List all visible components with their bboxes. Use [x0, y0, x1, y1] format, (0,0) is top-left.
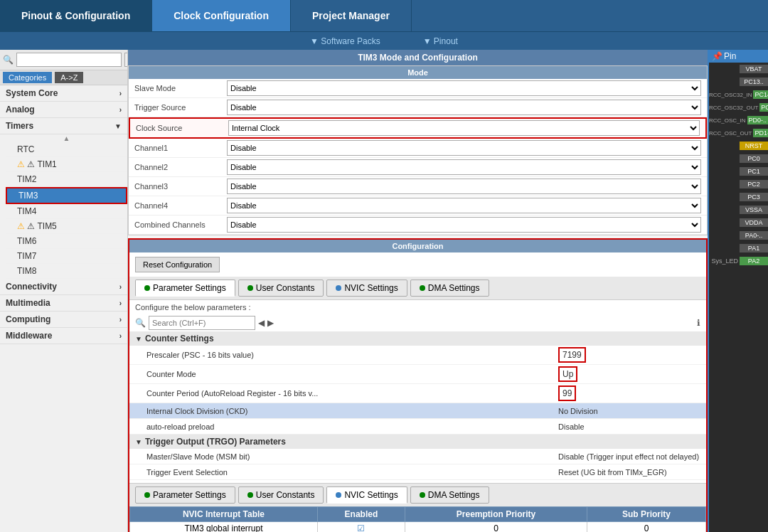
channel3-label: Channel3	[134, 182, 227, 191]
sidebar-item-tim5[interactable]: ⚠ TIM5	[6, 219, 127, 234]
pin-row-vssa: VSSA	[709, 203, 768, 216]
channel4-row: Channel4 Disable	[129, 196, 707, 216]
pin-row-pa0: PA0-..	[709, 229, 768, 242]
channel4-label: Channel4	[134, 201, 227, 210]
sub-nav-software-packs[interactable]: ▼ Software Packs	[310, 36, 380, 46]
pin-row-pa1: PA1	[709, 242, 768, 255]
chevron-right-icon: ›	[119, 283, 122, 291]
reset-config-button[interactable]: Reset Configuration	[135, 257, 220, 272]
pin-row-rcc-osc32-out: RCC_OSC32_OUT PC15..	[709, 101, 768, 114]
param-row-msm: Master/Slave Mode (MSM bit) Disable (Tri…	[129, 449, 706, 464]
tab-nvic-settings-top[interactable]: NVIC Settings	[326, 280, 407, 297]
sidebar-item-tim2[interactable]: TIM2	[6, 172, 127, 187]
dot-icon	[144, 492, 150, 498]
pin-box-pc15[interactable]: PC15..	[759, 103, 768, 112]
right-panel: 📌 Pin VBAT PC13.. RCC_OSC32_IN PC14.. RC…	[708, 50, 768, 532]
clock-source-select[interactable]: Internal Clock	[228, 120, 700, 136]
content-area: TIM3 Mode and Configuration Mode Slave M…	[128, 50, 708, 532]
chevron-right-icon: ›	[119, 332, 122, 340]
sidebar-item-tim8[interactable]: TIM8	[6, 264, 127, 279]
search-input[interactable]	[16, 53, 122, 67]
channel3-select[interactable]: Disable	[227, 179, 701, 194]
chevron-right-icon: ›	[119, 316, 122, 324]
pin-box-pc0[interactable]: PC0	[740, 154, 768, 163]
dot-icon	[336, 285, 341, 291]
sidebar-item-timers[interactable]: Timers ▼	[0, 118, 127, 134]
tab-user-constants-bottom[interactable]: User Constants	[238, 486, 324, 504]
param-row-trigger-event: Trigger Event Selection Reset (UG bit fr…	[129, 464, 706, 480]
sidebar-item-tim4[interactable]: TIM4	[6, 204, 127, 219]
channel1-row: Channel1 Disable	[129, 139, 707, 158]
param-row-ckd[interactable]: Internal Clock Division (CKD) No Divisio…	[129, 403, 706, 419]
msm-value: Disable (Trigger input effect not delaye…	[558, 452, 700, 461]
pin-row-pc13: PC13..	[709, 75, 768, 88]
pin-box-nrst[interactable]: NRST	[740, 142, 768, 150]
pin-row-pc2: PC2	[709, 178, 768, 191]
sub-nav-pinout[interactable]: ▼ Pinout	[423, 36, 458, 46]
pin-box-vdda[interactable]: VDDA	[740, 218, 768, 227]
pin-box-pc13[interactable]: PC13..	[740, 78, 768, 86]
pin-box-vssa[interactable]: VSSA	[740, 206, 768, 214]
dot-icon	[420, 285, 425, 291]
sidebar-item-tim1[interactable]: ⚠ TIM1	[6, 157, 127, 172]
counter-settings-group[interactable]: ▼ Counter Settings	[129, 331, 706, 346]
slave-mode-label: Slave Mode	[134, 84, 227, 92]
trigger-source-select[interactable]: Disable	[227, 100, 701, 115]
channel2-row: Channel2 Disable	[129, 158, 707, 177]
sidebar-item-analog[interactable]: Analog ›	[0, 102, 127, 118]
tab-categories[interactable]: Categories	[3, 72, 52, 83]
tab-user-constants-top[interactable]: User Constants	[238, 280, 324, 297]
pin-box-pc3[interactable]: PC3	[740, 193, 768, 201]
pin-box-pd1[interactable]: PD1-..	[753, 129, 768, 137]
sidebar-item-system-core[interactable]: System Core ›	[0, 85, 127, 102]
sidebar-item-tim6[interactable]: TIM6	[6, 234, 127, 249]
sidebar-item-tim3[interactable]: TIM3	[6, 187, 127, 204]
trigger-output-group[interactable]: ▼ Trigger Output (TRGO) Parameters	[129, 435, 706, 449]
nvic-table: NVIC Interrupt Table Enabled Preemption …	[129, 506, 706, 532]
channel2-select[interactable]: Disable	[227, 159, 701, 175]
next-icon[interactable]: ▶	[267, 318, 274, 328]
tab-project-manager[interactable]: Project Manager	[291, 0, 412, 31]
tab-clock-config[interactable]: Clock Configuration	[152, 0, 291, 31]
nvic-col-sub: Sub Priority	[587, 507, 706, 522]
tab-nvic-settings-bottom[interactable]: NVIC Settings	[326, 486, 407, 504]
pin-label-rcc-osc-out: RCC_OSC_OUT	[709, 130, 753, 137]
tab-parameter-settings-top[interactable]: Parameter Settings	[135, 280, 235, 297]
pin-box-pc14[interactable]: PC14..	[753, 90, 768, 99]
pin-box-pa1[interactable]: PA1	[740, 244, 768, 252]
pin-box-vbat[interactable]: VBAT	[740, 65, 768, 73]
channel1-select[interactable]: Disable	[227, 140, 701, 156]
sidebar-item-tim7[interactable]: TIM7	[6, 249, 127, 264]
sidebar-item-connectivity[interactable]: Connectivity ›	[0, 279, 127, 295]
channel4-select[interactable]: Disable	[227, 198, 701, 213]
mode-section: Mode Slave Mode Disable Trigger Source D…	[128, 65, 708, 235]
chevron-right-icon: ›	[119, 106, 122, 114]
pin-box-pc2[interactable]: PC2	[740, 180, 768, 188]
pin-box-pc1[interactable]: PC1	[740, 167, 768, 176]
slave-mode-select[interactable]: Disable	[227, 80, 701, 96]
sidebar-item-multimedia[interactable]: Multimedia ›	[0, 295, 127, 312]
search-icon: 🔍	[135, 318, 146, 328]
sidebar-item-computing[interactable]: Computing ›	[0, 312, 127, 328]
nvic-enabled-checkbox[interactable]: ☑	[317, 522, 405, 533]
tab-a-to-z[interactable]: A->Z	[55, 72, 83, 83]
autoreload-value: Disable	[558, 422, 700, 431]
slave-mode-row: Slave Mode Disable	[129, 79, 707, 98]
pin-box-pd0[interactable]: PD0-..	[747, 116, 768, 124]
sidebar: 🔍 ⚙ Categories A->Z System Core › Analog…	[0, 50, 128, 532]
combined-channels-select[interactable]: Disable	[227, 217, 701, 233]
tab-pinout-config[interactable]: Pinout & Configuration	[0, 0, 152, 31]
previous-icon[interactable]: ◀	[258, 318, 265, 328]
nvic-preemption-priority: 0	[405, 522, 587, 533]
pin-icon: 📌	[712, 51, 722, 61]
sidebar-item-rtc[interactable]: RTC	[6, 142, 127, 157]
clock-source-row: Clock Source Internal Clock	[129, 117, 707, 139]
config-search-input[interactable]	[149, 316, 255, 330]
tab-parameter-settings-bottom[interactable]: Parameter Settings	[135, 486, 235, 504]
tab-dma-settings-top[interactable]: DMA Settings	[410, 280, 489, 297]
pin-box-pa2[interactable]: PA2	[740, 257, 768, 265]
sidebar-item-middleware[interactable]: Middleware ›	[0, 328, 127, 344]
tab-dma-settings-bottom[interactable]: DMA Settings	[410, 486, 489, 504]
pin-row-pc1: PC1	[709, 165, 768, 178]
pin-box-pa0[interactable]: PA0-..	[740, 231, 768, 240]
